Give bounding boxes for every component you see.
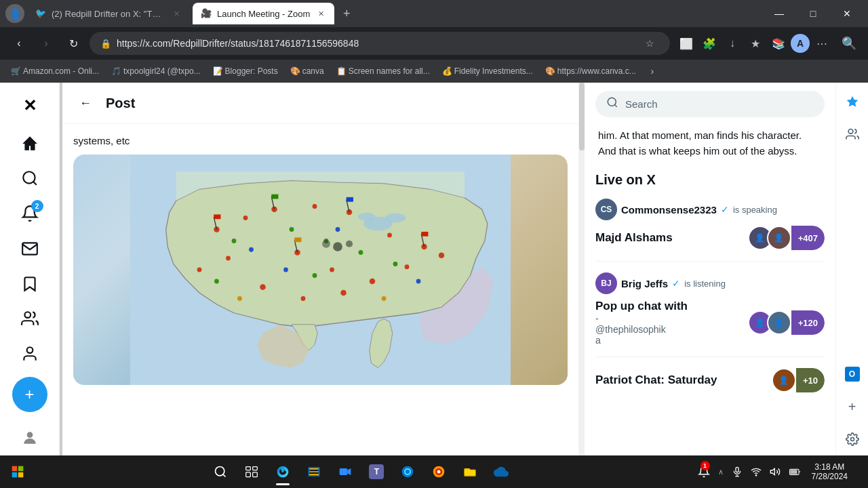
svg-rect-56 — [12, 466, 18, 472]
extensions-button[interactable]: 🧩 — [698, 33, 720, 54]
listener-cluster-1[interactable]: 👤 👤 +407 — [748, 226, 825, 250]
post-area: ← Post systems, etc 💾 Save — [62, 83, 579, 461]
svg-rect-66 — [340, 468, 348, 475]
tab-1-close[interactable]: ✕ — [171, 8, 182, 19]
x-plus-button[interactable]: + — [12, 377, 47, 412]
x-nav-bookmarks[interactable] — [12, 266, 47, 302]
forward-nav-button[interactable]: › — [35, 33, 57, 54]
taskbar-edge[interactable] — [268, 457, 298, 487]
svg-point-2 — [24, 312, 31, 319]
post-image-container[interactable]: 💾 Save — [73, 155, 568, 385]
tray-chevron[interactable]: ∧ — [715, 457, 726, 487]
bookmark-txpool[interactable]: 🎵 txpoolgirl24 (@txpo... — [106, 62, 206, 80]
taskbar-explorer[interactable] — [299, 457, 329, 487]
svg-point-0 — [23, 172, 35, 184]
verified-icon-1: ✓ — [721, 204, 729, 215]
main-scrollbar[interactable] — [579, 83, 585, 461]
tray-battery[interactable] — [786, 457, 804, 487]
right-panel-plus-icon[interactable]: + — [839, 393, 866, 420]
notifications-bell[interactable]: 1 — [695, 457, 713, 487]
x-nav-messages[interactable] — [12, 231, 47, 266]
listener-cluster-3[interactable]: 👤 +10 — [772, 368, 825, 392]
tab-profile-icon: 👤 — [5, 4, 24, 23]
favorites-button[interactable]: ★ — [745, 33, 766, 54]
back-button[interactable]: ← — [73, 91, 98, 115]
taskbar-firefox[interactable] — [424, 457, 454, 487]
right-panel-settings-icon[interactable] — [839, 426, 866, 453]
post-title: Post — [106, 96, 135, 111]
browser-search-button[interactable]: 🔍 — [838, 33, 860, 54]
svg-rect-57 — [18, 466, 24, 472]
tab-2[interactable]: 🎥 Launch Meeting - Zoom ✕ — [193, 3, 334, 24]
x-nav-notifications[interactable]: 2 — [12, 196, 47, 231]
tab-bar: 👤 🐦 (2) Redpill Drifter on X: "The top ✕… — [0, 0, 868, 27]
listener-cluster-2[interactable]: 👤 👤 +120 — [748, 310, 825, 335]
bookmark-canva2[interactable]: 🎨 https://www.canva.c... — [540, 62, 642, 80]
x-nav-profile[interactable] — [12, 336, 47, 371]
close-button[interactable]: ✕ — [831, 0, 863, 27]
txpool-label: txpoolgirl24 (@txpo... — [123, 66, 201, 76]
x-nav-home[interactable] — [12, 126, 47, 161]
show-desktop[interactable] — [856, 457, 860, 487]
taskbar-files[interactable] — [455, 457, 485, 487]
canva2-label: https://www.canva.c... — [557, 66, 636, 76]
tray-volume[interactable] — [767, 457, 783, 487]
svg-point-74 — [755, 475, 756, 476]
x-logo[interactable]: ✕ — [12, 88, 47, 123]
taskbar-search[interactable] — [205, 457, 235, 487]
new-tab-button[interactable]: + — [337, 4, 356, 23]
address-bar[interactable]: 🔒 https://x.com/RedpillDrifter/status/18… — [90, 32, 670, 55]
tab-2-close[interactable]: ✕ — [315, 8, 326, 19]
svg-rect-71 — [736, 467, 738, 472]
collections-button[interactable]: 📚 — [768, 33, 789, 54]
bookmark-canva[interactable]: 🎨 canva — [285, 62, 330, 80]
tray-mic[interactable] — [729, 457, 745, 487]
reload-button[interactable]: ↻ — [62, 33, 84, 54]
maximize-button[interactable]: □ — [797, 0, 829, 27]
downloads-button[interactable]: ↓ — [722, 33, 743, 54]
taskbar-onedrive[interactable] — [486, 457, 516, 487]
search-input[interactable] — [625, 98, 814, 110]
svg-point-16 — [226, 256, 231, 261]
svg-point-8 — [358, 213, 376, 221]
taskbar-clock[interactable]: 3:18 AM 7/28/2024 — [806, 462, 853, 481]
tab-groups-button[interactable]: ⬜ — [675, 33, 697, 54]
live-item-1-status: is speaking — [733, 205, 777, 215]
minimize-button[interactable]: — — [764, 0, 795, 27]
x-sidebar-bottom: + — [12, 371, 47, 455]
tray-wifi[interactable] — [748, 457, 764, 487]
search-icon — [606, 96, 618, 112]
start-button[interactable] — [3, 457, 33, 487]
bookmarks-more-button[interactable]: › — [644, 63, 660, 79]
post-header: ← Post — [62, 83, 578, 124]
bookmark-blogger[interactable]: 📝 Blogger: Posts — [208, 62, 283, 80]
x-nav-search[interactable] — [12, 161, 47, 197]
search-box[interactable] — [595, 91, 825, 117]
svg-point-52 — [608, 98, 616, 106]
live-section-title: Live on X — [595, 172, 825, 188]
svg-point-12 — [313, 204, 317, 209]
right-panel-outlook-icon[interactable]: O — [839, 361, 866, 388]
bookmark-fidelity[interactable]: 💰 Fidelity Investments... — [437, 62, 538, 80]
right-panel-star-icon[interactable] — [839, 88, 866, 115]
x-user-avatar[interactable] — [12, 420, 47, 455]
right-panel-people-icon[interactable] — [839, 121, 866, 148]
x-nav-communities[interactable] — [12, 302, 47, 337]
live-item-1[interactable]: CS Commonsense2323 ✓ is speaking Majd Al… — [595, 199, 825, 262]
address-star-icon[interactable]: ☆ — [640, 34, 659, 53]
tab-1[interactable]: 🐦 (2) Redpill Drifter on X: "The top ✕ — [27, 3, 190, 24]
taskbar-edge2[interactable] — [393, 457, 422, 487]
taskbar-taskview[interactable] — [237, 457, 267, 487]
bookmark-amazon[interactable]: 🛒 Amazon.com - Onli... — [5, 62, 104, 80]
svg-rect-42 — [271, 195, 278, 199]
canva-label: canva — [302, 66, 324, 76]
bookmark-screennames[interactable]: 📋 Screen names for all... — [331, 62, 435, 80]
taskbar-teams[interactable]: T — [361, 457, 391, 487]
taskbar-zoom[interactable] — [330, 457, 360, 487]
browser-profile-button[interactable]: A — [791, 34, 810, 53]
live-item-3[interactable]: Patriot Chat: Saturday 👤 +10 — [595, 368, 825, 403]
live-item-2[interactable]: BJ Brig Jeffs ✓ is listening Pop up chat… — [595, 272, 825, 357]
browser-menu-button[interactable]: ⋯ — [811, 33, 833, 54]
back-nav-button[interactable]: ‹ — [8, 33, 30, 54]
svg-point-10 — [243, 216, 248, 220]
